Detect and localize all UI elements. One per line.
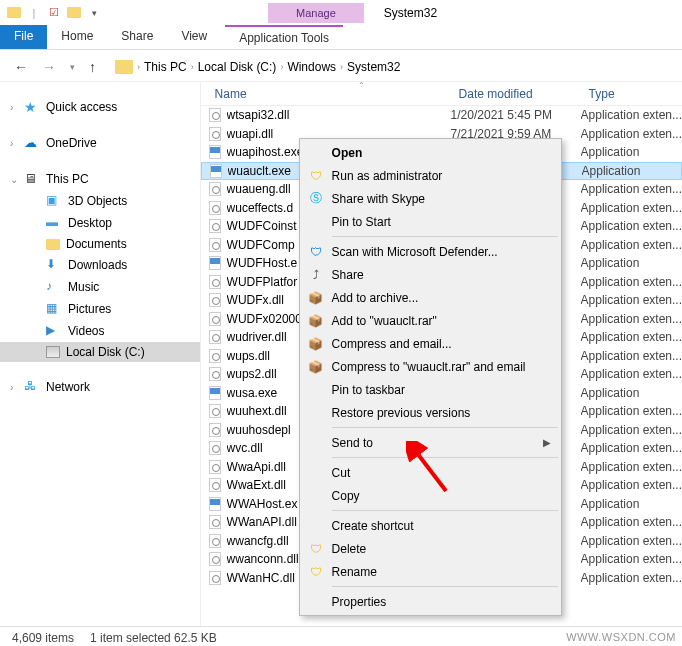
- cm-compress-rar-email[interactable]: 📦Compress to "wuauclt.rar" and email: [302, 355, 559, 378]
- breadcrumb-item[interactable]: System32: [347, 60, 400, 74]
- cm-open[interactable]: Open: [302, 141, 559, 164]
- qa-dropdown[interactable]: ▾: [86, 5, 102, 21]
- breadcrumb-item[interactable]: Local Disk (C:): [198, 60, 277, 74]
- dll-icon: [207, 348, 223, 364]
- cm-delete[interactable]: 🛡Delete: [302, 537, 559, 560]
- tree-label: Quick access: [46, 100, 117, 114]
- file-type: Application exten...: [581, 293, 682, 307]
- forward-button[interactable]: →: [38, 59, 60, 75]
- tree-quick-access[interactable]: ›★Quick access: [0, 96, 200, 118]
- context-menu: Open 🛡Run as administrator ⓈShare with S…: [299, 138, 562, 616]
- dll-icon: [207, 551, 223, 567]
- dll-icon: [207, 218, 223, 234]
- file-type: Application: [581, 256, 640, 270]
- file-type: Application exten...: [581, 275, 682, 289]
- cm-share[interactable]: ⤴Share: [302, 263, 559, 286]
- up-button[interactable]: ↑: [85, 59, 100, 75]
- cm-label: Run as administrator: [332, 169, 443, 183]
- checkmark-icon[interactable]: ☑: [46, 5, 62, 21]
- tree-this-pc[interactable]: ⌄🖥This PC: [0, 168, 200, 190]
- new-folder-icon[interactable]: [66, 5, 82, 21]
- dll-icon: [207, 477, 223, 493]
- cm-send-to[interactable]: Send to▶: [302, 431, 559, 454]
- file-type: Application: [582, 164, 641, 178]
- window-title: System32: [384, 6, 437, 20]
- tree-local-disk[interactable]: Local Disk (C:): [0, 342, 200, 362]
- cm-run-admin[interactable]: 🛡Run as administrator: [302, 164, 559, 187]
- dll-icon: [207, 274, 223, 290]
- cm-label: Compress and email...: [332, 337, 452, 351]
- file-type: Application exten...: [581, 182, 682, 196]
- file-type: Application exten...: [581, 219, 682, 233]
- cm-share-skype[interactable]: ⓈShare with Skype: [302, 187, 559, 210]
- file-type: Application exten...: [581, 312, 682, 326]
- cm-rename[interactable]: 🛡Rename: [302, 560, 559, 583]
- cm-scan-defender[interactable]: 🛡Scan with Microsoft Defender...: [302, 240, 559, 263]
- cm-label: Add to "wuauclt.rar": [332, 314, 437, 328]
- share-tab[interactable]: Share: [107, 25, 167, 49]
- ribbon: File Home Share View Application Tools: [0, 25, 682, 50]
- exe-icon: [207, 255, 223, 271]
- dll-icon: [207, 126, 223, 142]
- cm-add-archive[interactable]: 📦Add to archive...: [302, 286, 559, 309]
- dll-icon: [207, 366, 223, 382]
- main: ›★Quick access ›☁OneDrive ⌄🖥This PC ▣3D …: [0, 82, 682, 626]
- application-tools-tab[interactable]: Application Tools: [225, 25, 343, 49]
- file-type: Application exten...: [581, 515, 682, 529]
- folder-icon: [6, 5, 22, 21]
- dll-icon: [207, 237, 223, 253]
- file-date: 1/20/2021 5:45 PM: [451, 108, 581, 122]
- tree-network[interactable]: ›🖧Network: [0, 376, 200, 398]
- cm-create-shortcut[interactable]: Create shortcut: [302, 514, 559, 537]
- cm-label: Copy: [332, 489, 360, 503]
- file-type: Application exten...: [581, 404, 682, 418]
- tree-documents[interactable]: Documents: [0, 234, 200, 254]
- tree-downloads[interactable]: ⬇Downloads: [0, 254, 200, 276]
- exe-icon: [208, 163, 224, 179]
- breadcrumb-item[interactable]: This PC: [144, 60, 187, 74]
- file-tab[interactable]: File: [0, 25, 47, 49]
- shield-icon: 🛡: [308, 168, 324, 184]
- file-type: Application exten...: [581, 534, 682, 548]
- breadcrumb[interactable]: › This PC › Local Disk (C:) › Windows › …: [106, 57, 672, 77]
- breadcrumb-item[interactable]: Windows: [287, 60, 336, 74]
- dll-icon: [207, 292, 223, 308]
- separator: [332, 586, 558, 587]
- chevron-right-icon: ▶: [543, 437, 551, 448]
- file-type: Application exten...: [581, 423, 682, 437]
- exe-icon: [207, 385, 223, 401]
- cm-restore-versions[interactable]: Restore previous versions: [302, 401, 559, 424]
- tree-music[interactable]: ♪Music: [0, 276, 200, 298]
- cm-copy[interactable]: Copy: [302, 484, 559, 507]
- recent-dropdown[interactable]: ▾: [66, 62, 79, 72]
- cm-properties[interactable]: Properties: [302, 590, 559, 613]
- home-tab[interactable]: Home: [47, 25, 107, 49]
- cm-compress-email[interactable]: 📦Compress and email...: [302, 332, 559, 355]
- shield-icon: 🛡: [308, 244, 324, 260]
- dll-icon: [207, 440, 223, 456]
- archive-icon: 📦: [308, 290, 324, 306]
- cm-cut[interactable]: Cut: [302, 461, 559, 484]
- cm-label: Cut: [332, 466, 351, 480]
- navbar: ← → ▾ ↑ › This PC › Local Disk (C:) › Wi…: [0, 52, 682, 82]
- file-row[interactable]: wtsapi32.dll1/20/2021 5:45 PMApplication…: [201, 106, 682, 125]
- file-type: Application: [581, 497, 640, 511]
- file-type: Application: [581, 145, 640, 159]
- cm-label: Pin to taskbar: [332, 383, 405, 397]
- tree-3d-objects[interactable]: ▣3D Objects: [0, 190, 200, 212]
- back-button[interactable]: ←: [10, 59, 32, 75]
- tree-onedrive[interactable]: ›☁OneDrive: [0, 132, 200, 154]
- cm-label: Rename: [332, 565, 377, 579]
- tree-label: This PC: [46, 172, 89, 186]
- view-tab[interactable]: View: [167, 25, 221, 49]
- cm-pin-start[interactable]: Pin to Start: [302, 210, 559, 233]
- cm-add-rar[interactable]: 📦Add to "wuauclt.rar": [302, 309, 559, 332]
- tree-label: Desktop: [68, 216, 112, 230]
- dll-icon: [207, 533, 223, 549]
- tree-videos[interactable]: ▶Videos: [0, 320, 200, 342]
- cm-label: Scan with Microsoft Defender...: [332, 245, 498, 259]
- tree-pictures[interactable]: ▦Pictures: [0, 298, 200, 320]
- tree-label: Local Disk (C:): [66, 345, 145, 359]
- cm-pin-taskbar[interactable]: Pin to taskbar: [302, 378, 559, 401]
- tree-desktop[interactable]: ▬Desktop: [0, 212, 200, 234]
